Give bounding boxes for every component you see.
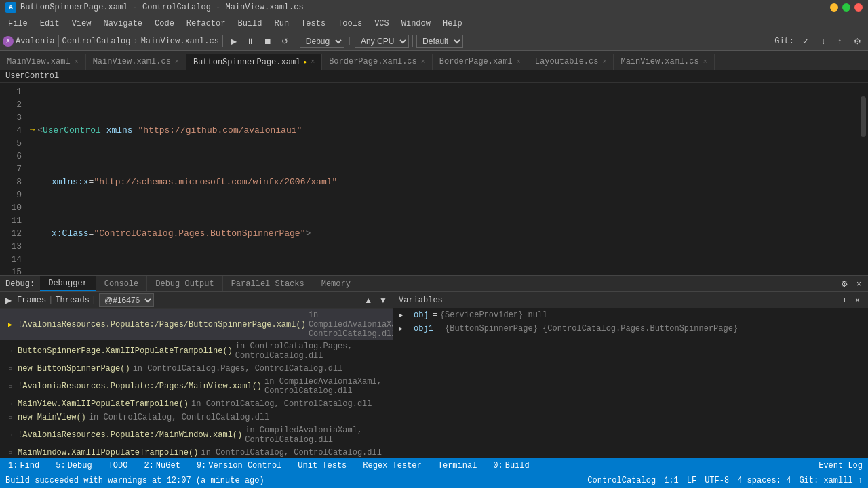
- frame-down-btn[interactable]: ▼: [376, 295, 390, 306]
- tab-mainview2-cs[interactable]: MainView.xaml.cs ×: [614, 54, 714, 70]
- tab-parallel-stacks[interactable]: Parallel Stacks: [223, 276, 313, 291]
- panel-close-btn[interactable]: ×: [854, 279, 864, 289]
- toolbar-build-btn[interactable]: ▶: [226, 35, 241, 47]
- tab-close-icon[interactable]: ×: [311, 58, 315, 66]
- stack-frame-4[interactable]: ○ MainView.XamlIIPopulateTrampoline() in…: [0, 397, 393, 411]
- git-arrow-btn[interactable]: ↓: [817, 35, 829, 47]
- tab-debug-output[interactable]: Debug Output: [147, 276, 222, 291]
- tab-label: BorderPage.xaml.cs: [329, 57, 417, 66]
- frame-method-3: !AvaloniaResources.Populate:/Pages/MainV…: [18, 382, 262, 391]
- debug-resume-btn[interactable]: ▶: [3, 295, 14, 306]
- menu-file[interactable]: File: [3, 18, 33, 30]
- menu-view[interactable]: View: [66, 18, 97, 30]
- tab-layoutable[interactable]: Layoutable.cs ×: [528, 54, 614, 70]
- tab-borderpage-xaml[interactable]: BorderPage.xaml ×: [433, 54, 528, 70]
- git-check-btn[interactable]: ✓: [798, 35, 813, 47]
- menu-window[interactable]: Window: [396, 18, 436, 30]
- var-expand-obj1[interactable]: ▶: [399, 325, 408, 333]
- menu-help[interactable]: Help: [437, 18, 468, 30]
- config-select[interactable]: Default: [416, 35, 463, 48]
- tab-label: MainView.xaml: [7, 57, 71, 66]
- threads-tab-btn[interactable]: Threads: [55, 296, 89, 305]
- bottom-tabs: Debug: Debugger Console Debug Output Par…: [0, 276, 868, 292]
- var-item-obj[interactable]: ▶ obj = {ServiceProvider} null: [393, 308, 868, 322]
- frame-location-6: in CompiledAvaloniaXaml, ControlCatalog.…: [245, 426, 387, 445]
- menu-build[interactable]: Build: [232, 18, 267, 30]
- var-settings-btn[interactable]: +: [840, 295, 850, 306]
- avalonia-logo: A Avalonia: [3, 36, 55, 47]
- btab-event-log[interactable]: Event Log: [818, 461, 868, 470]
- bottom-toolbar: 1: Find 5: Debug TODO 2: NuGet 9: Versio…: [0, 458, 868, 473]
- var-expand-obj[interactable]: ▶: [399, 311, 408, 319]
- menu-edit[interactable]: Edit: [35, 18, 65, 30]
- stack-frame-active[interactable]: ▶ !AvaloniaResources.Populate:/Pages/But…: [0, 309, 393, 340]
- menu-tools[interactable]: Tools: [332, 18, 368, 30]
- toolbar-stop-btn[interactable]: ⏹: [260, 35, 276, 47]
- call-stack[interactable]: ▶ !AvaloniaResources.Populate:/Pages/But…: [0, 309, 393, 458]
- menu-navigate[interactable]: Navigate: [98, 18, 148, 30]
- maximize-button[interactable]: [842, 3, 850, 12]
- panel-settings-btn[interactable]: ⚙: [838, 279, 851, 289]
- menu-vcs[interactable]: VCS: [369, 18, 395, 30]
- tab-memory[interactable]: Memory: [313, 276, 359, 291]
- editor-area: UserControl 1 2 3 4 5 6 7 8 9 10 11 12 1…: [0, 70, 868, 275]
- frame-method-5: new MainView(): [18, 413, 86, 422]
- stack-frame-5[interactable]: ○ new MainView() in ControlCatalog, Cont…: [0, 411, 393, 424]
- menu-tests[interactable]: Tests: [296, 18, 331, 30]
- tab-close-icon[interactable]: ×: [602, 58, 606, 66]
- tab-close-icon[interactable]: ×: [517, 58, 521, 66]
- btab-vcs[interactable]: 9: Version Control: [189, 458, 290, 473]
- git-label: Git:: [774, 37, 794, 46]
- btab-terminal[interactable]: Terminal: [430, 458, 486, 473]
- stack-frame-3[interactable]: ○ !AvaloniaResources.Populate:/Pages/Mai…: [0, 375, 393, 397]
- menu-run[interactable]: Run: [269, 18, 294, 30]
- btab-todo[interactable]: TODO: [100, 458, 136, 473]
- debug-arrow: →: [30, 124, 35, 137]
- btab-build[interactable]: 0: Build: [485, 458, 537, 473]
- code-content[interactable]: → <UserControl xmlns="https://github.com…: [27, 83, 859, 275]
- debug-mode-select[interactable]: Debug: [300, 35, 344, 48]
- var-item-obj1[interactable]: ▶ obj1 = {ButtonSpinnerPage} {ControlCat…: [393, 322, 868, 336]
- cpu-select[interactable]: Any CPU: [355, 35, 409, 48]
- tab-buttonspinner[interactable]: ButtonSpinnerPage.xaml ● ×: [186, 54, 322, 70]
- btab-terminal-label: Terminal: [438, 461, 477, 470]
- tab-mainview-xaml[interactable]: MainView.xaml ×: [0, 54, 86, 70]
- stack-frame-1[interactable]: ○ ButtonSpinnerPage.XamlIIPopulateTrampo…: [0, 340, 393, 362]
- btab-unit-tests[interactable]: Unit Tests: [290, 458, 355, 473]
- menu-code[interactable]: Code: [149, 18, 180, 30]
- tab-close-icon[interactable]: ×: [421, 58, 425, 66]
- tab-mainview-cs[interactable]: MainView.xaml.cs ×: [86, 54, 186, 70]
- btab-regex[interactable]: Regex Tester: [355, 458, 429, 473]
- tab-label: MainView.xaml.cs: [620, 57, 698, 66]
- frame-method-4: MainView.XamlIIPopulateTrampoline(): [18, 399, 189, 409]
- frame-up-btn[interactable]: ▲: [361, 295, 375, 306]
- git-push-btn[interactable]: ↑: [833, 35, 846, 47]
- stack-frame-6[interactable]: ○ !AvaloniaResources.Populate:/MainWindo…: [0, 424, 393, 446]
- menu-refactor[interactable]: Refactor: [181, 18, 231, 30]
- editor-scrollbar[interactable]: [859, 83, 868, 275]
- thread-select[interactable]: @#16476: [99, 293, 154, 307]
- frame-method-7: MainWindow.XamlIIPopulateTrampoline(): [18, 448, 198, 458]
- tab-debugger[interactable]: Debugger: [40, 276, 96, 291]
- close-button[interactable]: [854, 3, 863, 12]
- tab-close-icon[interactable]: ×: [75, 58, 79, 66]
- frames-tab-btn[interactable]: Frames: [17, 296, 46, 305]
- settings-btn[interactable]: ⚙: [850, 35, 865, 47]
- btab-nuget[interactable]: 2: NuGet: [136, 458, 188, 473]
- tab-close-icon[interactable]: ×: [703, 58, 707, 66]
- tab-console[interactable]: Console: [96, 276, 147, 291]
- btab-debug[interactable]: 5: Debug: [47, 458, 100, 473]
- var-close-btn[interactable]: ×: [852, 295, 863, 306]
- stack-frame-2[interactable]: ○ new ButtonSpinnerPage() in ControlCata…: [0, 362, 393, 375]
- toolbar-restart-btn[interactable]: ↺: [277, 35, 292, 47]
- cursor-position: 1:1: [664, 476, 679, 485]
- stack-frame-7[interactable]: ○ MainWindow.XamlIIPopulateTrampoline() …: [0, 446, 393, 458]
- code-area[interactable]: 1 2 3 4 5 6 7 8 9 10 11 12 13 14 15 →: [0, 83, 868, 275]
- status-area: 1: Find 5: Debug TODO 2: NuGet 9: Versio…: [0, 458, 868, 488]
- minimize-button[interactable]: [830, 3, 838, 12]
- tab-borderpage-cs[interactable]: BorderPage.xaml.cs ×: [322, 54, 433, 70]
- tab-close-icon[interactable]: ×: [175, 58, 179, 66]
- btab-find[interactable]: 1: Find: [0, 458, 47, 473]
- variables-content[interactable]: ▶ obj = {ServiceProvider} null ▶ obj1 = …: [393, 308, 868, 458]
- toolbar-pause-btn[interactable]: ⏸: [242, 35, 258, 47]
